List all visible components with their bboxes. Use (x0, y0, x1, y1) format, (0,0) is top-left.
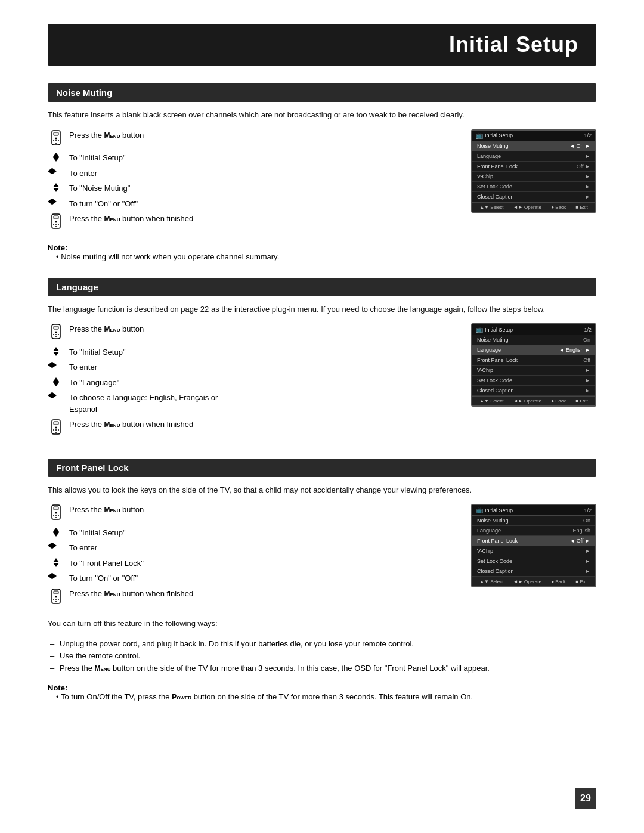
svg-point-37 (55, 596, 57, 597)
tv-menu-item: Language ► (472, 151, 595, 162)
svg-point-16 (55, 332, 57, 333)
noise-muting-desc: This feature inserts a blank black scree… (48, 109, 596, 121)
step-item: To "Front Panel Lock" (48, 558, 459, 569)
step-text: To enter (69, 168, 97, 179)
section-header-front-panel-lock: Front Panel Lock (48, 459, 596, 477)
lr-arrows-icon (48, 392, 64, 398)
step-item: To "Initial Setup" (48, 346, 459, 358)
step-item: To "Initial Setup" (48, 152, 459, 164)
svg-point-12 (58, 224, 59, 225)
tv-page: 1/2 (584, 132, 592, 138)
step-text: Press the Menu button when finished (69, 419, 193, 431)
tv-footer: ▲▼ Select ◄► Operate ● Back ■ Exit (472, 202, 595, 212)
svg-point-2 (55, 137, 57, 139)
section-language: Language The language function is descri… (48, 278, 596, 442)
step-text: To turn "On" or "Off" (69, 572, 138, 584)
tv-menu-item: Front Panel Lock ◄ Off ► (472, 536, 595, 546)
svg-point-39 (55, 599, 57, 600)
page-number: 29 (575, 788, 596, 809)
svg-rect-8 (54, 216, 58, 219)
svg-point-41 (55, 601, 57, 602)
ud-arrows-icon (48, 377, 64, 386)
svg-point-25 (55, 429, 57, 431)
noise-muting-steps: Press the Menu button To "Initial Setup" (48, 129, 596, 236)
step-text: Press the Menu button when finished (69, 588, 193, 600)
front-panel-step-list: Press the Menu button To "Initial Setup"… (48, 504, 459, 611)
lr-arrows-icon (48, 543, 64, 549)
note-item: To turn On/Off the TV, press the Power b… (56, 692, 596, 701)
step-item: To turn "On" or "Off" (48, 572, 459, 584)
ud-arrows-icon (48, 528, 64, 537)
lr-arrows-icon (48, 168, 64, 174)
svg-point-33 (58, 515, 59, 516)
svg-point-24 (53, 429, 54, 431)
tv-menu-item: V-Chip ► (472, 366, 595, 376)
svg-point-30 (55, 512, 57, 514)
tv-menu-item: Closed Caption ► (472, 566, 595, 577)
tv-menu-item: Noise Muting On (472, 516, 595, 526)
tv-signal-icon: 📺 (476, 507, 483, 513)
ud-arrows-icon (48, 153, 64, 162)
lr-arrows-icon (48, 573, 64, 579)
step-item: Press the Menu button when finished (48, 588, 459, 608)
tv-header: 📺 Initial Setup 1/2 (472, 505, 595, 516)
note-item: Noise muting will not work when you oper… (56, 252, 596, 261)
tv-signal-icon: 📺 (476, 132, 483, 139)
step-item: Press the Menu button (48, 129, 459, 149)
front-panel-bullets: Unplug the power cord, and plug it back … (48, 638, 596, 675)
step-text: Press the Menu button (69, 129, 144, 141)
step-text: To enter (69, 361, 97, 373)
step-text: To choose a language: English, Français … (69, 392, 218, 415)
step-item: To "Noise Muting" (48, 182, 459, 194)
step-text: Press the Menu button (69, 504, 144, 516)
step-text: To "Language" (69, 377, 119, 389)
svg-point-18 (55, 334, 57, 335)
tv-menu-item: Closed Caption ► (472, 192, 595, 202)
tv-menu-item: Set Lock Code ► (472, 182, 595, 192)
language-desc: The language function is described on pa… (48, 304, 596, 315)
front-panel-extra-text: You can turn off this feature in the fol… (48, 618, 596, 630)
step-text: To "Front Panel Lock" (69, 558, 144, 569)
noise-muting-note: Note: Noise muting will not work when yo… (48, 243, 596, 261)
step-text: Press the Menu button (69, 323, 144, 335)
step-item: To "Initial Setup" (48, 527, 459, 539)
section-header-noise-muting: Noise Muting (48, 83, 596, 102)
svg-point-31 (53, 515, 54, 516)
svg-point-3 (53, 140, 54, 141)
svg-point-5 (58, 140, 59, 141)
step-item: Press the Menu button when finished (48, 213, 459, 233)
remote-icon (48, 324, 64, 343)
step-item: To choose a language: English, Français … (48, 392, 459, 415)
remote-icon (48, 130, 64, 149)
tv-header: 📺 Initial Setup 1/2 (472, 131, 595, 141)
tv-menu-item: Set Lock Code ► (472, 556, 595, 566)
tv-menu-item: Language ◄ English ► (472, 345, 595, 355)
bullet-item: Press the Menu button on the side of the… (48, 662, 596, 675)
svg-rect-15 (54, 326, 58, 329)
lr-arrows-icon (48, 199, 64, 205)
svg-point-11 (55, 224, 57, 225)
page-container: Initial Setup Noise Muting This feature … (0, 0, 644, 754)
step-item: To enter (48, 168, 459, 179)
svg-rect-36 (54, 591, 58, 594)
section-noise-muting: Noise Muting This feature inserts a blan… (48, 83, 596, 261)
svg-point-38 (53, 599, 54, 600)
svg-point-10 (53, 224, 54, 225)
svg-rect-29 (54, 507, 58, 510)
svg-point-6 (55, 143, 57, 144)
step-text: To "Initial Setup" (69, 527, 126, 539)
svg-point-13 (55, 226, 57, 227)
noise-muting-step-list: Press the Menu button To "Initial Setup" (48, 129, 459, 236)
tv-footer: ▲▼ Select ◄► Operate ● Back ■ Exit (472, 577, 595, 586)
svg-point-9 (55, 221, 57, 223)
section-front-panel-lock: Front Panel Lock This allows you to lock… (48, 459, 596, 701)
ud-arrows-icon (48, 183, 64, 192)
svg-rect-1 (54, 132, 58, 135)
bullet-item: Unplug the power cord, and plug it back … (48, 638, 596, 651)
step-text: To turn "On" or "Off" (69, 198, 138, 210)
front-panel-steps: Press the Menu button To "Initial Setup"… (48, 504, 596, 611)
language-step-list: Press the Menu button To "Initial Setup"… (48, 323, 459, 442)
step-item: Press the Menu button when finished (48, 419, 459, 438)
tv-screenshot-noise-muting: 📺 Initial Setup 1/2 Noise Muting ◄ On ► … (471, 129, 596, 213)
step-text: To "Noise Muting" (69, 182, 130, 194)
